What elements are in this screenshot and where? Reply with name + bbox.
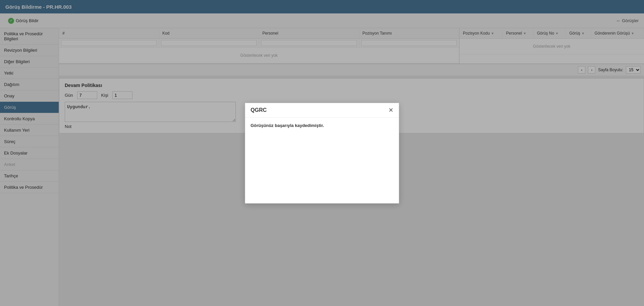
modal-message: Görüşünüz başarıyla kaydedimiştir. [251,123,324,128]
modal-close-button[interactable]: ✕ [388,107,393,113]
close-icon: ✕ [388,107,393,114]
modal-title: QGRC [251,107,267,113]
modal-overlay: QGRC ✕ Görüşünüz başarıyla kaydedimiştir… [0,0,644,306]
modal-header: QGRC ✕ [245,103,399,118]
modal-box: QGRC ✕ Görüşünüz başarıyla kaydedimiştir… [245,103,399,204]
modal-body: Görüşünüz başarıyla kaydedimiştir. [245,118,399,203]
